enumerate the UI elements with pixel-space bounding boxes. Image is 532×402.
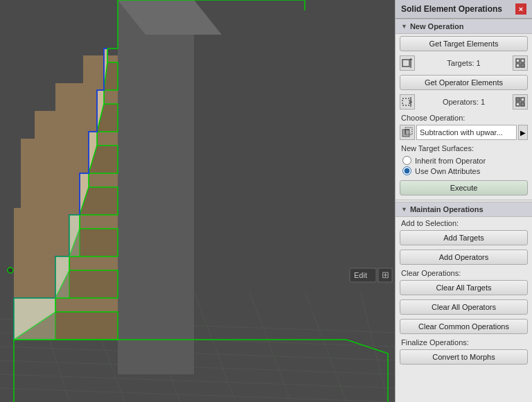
new-operation-header: ▼ New Operation bbox=[396, 19, 532, 34]
svg-rect-53 bbox=[521, 103, 524, 106]
convert-to-morphs-button[interactable]: Convert to Morphs bbox=[400, 349, 528, 365]
inherit-label: Inherit from Operator bbox=[415, 157, 486, 165]
operators-label: Operators: 1 bbox=[418, 98, 510, 106]
clear-common-operations-button[interactable]: Clear Common Operations bbox=[400, 319, 528, 334]
collapse-triangle-maintain: ▼ bbox=[401, 206, 407, 213]
collapse-triangle-new-op: ▼ bbox=[401, 23, 407, 30]
svg-text:Edit: Edit bbox=[354, 271, 367, 279]
targets-label: Targets: 1 bbox=[418, 59, 510, 67]
svg-rect-51 bbox=[521, 98, 524, 101]
own-attrs-label: Use Own Attributes bbox=[415, 167, 480, 175]
get-target-elements-button[interactable]: Get Target Elements bbox=[400, 36, 528, 51]
clear-all-operators-button[interactable]: Clear All Operators bbox=[400, 299, 528, 315]
operation-value-text[interactable]: Subtraction with upwar... bbox=[416, 125, 517, 140]
svg-rect-45 bbox=[516, 64, 520, 67]
operator-settings-icon[interactable] bbox=[513, 94, 528, 110]
panel-title-text: Solid Element Operations bbox=[401, 4, 502, 14]
clear-all-targets-button[interactable]: Clear All Targets bbox=[400, 280, 528, 295]
clear-operations-label: Clear Operations: bbox=[396, 267, 532, 278]
svg-rect-43 bbox=[516, 59, 520, 62]
svg-marker-33 bbox=[55, 256, 69, 298]
operators-row: Operators: 1 bbox=[400, 94, 528, 110]
maintain-operations-label: Maintain Operations bbox=[410, 205, 484, 213]
target-settings-icon[interactable] bbox=[513, 55, 528, 71]
targets-row: Targets: 1 bbox=[400, 55, 528, 71]
svg-rect-54 bbox=[402, 130, 409, 137]
svg-rect-44 bbox=[521, 59, 524, 62]
new-operation-label: New Operation bbox=[410, 22, 464, 30]
inherit-radio[interactable] bbox=[402, 156, 411, 165]
operator-icon[interactable] bbox=[400, 94, 415, 110]
target-icon[interactable] bbox=[400, 55, 415, 71]
surface-options-group: Inherit from Operator Use Own Attributes bbox=[396, 153, 532, 178]
inherit-radio-row[interactable]: Inherit from Operator bbox=[402, 156, 525, 165]
get-operator-elements-button[interactable]: Get Operator Elements bbox=[400, 75, 528, 90]
svg-marker-34 bbox=[69, 215, 80, 256]
choose-operation-label: Choose Operation: bbox=[396, 112, 532, 123]
close-button[interactable]: × bbox=[515, 3, 526, 15]
svg-rect-50 bbox=[516, 98, 520, 101]
svg-marker-14 bbox=[118, 0, 194, 374]
viewport: Edit ⊞ bbox=[0, 0, 395, 402]
panel-title-bar: Solid Element Operations × bbox=[396, 0, 532, 19]
add-targets-button[interactable]: Add Targets bbox=[400, 230, 528, 245]
new-target-surfaces-label: New Target Surfaces: bbox=[396, 142, 532, 153]
section-divider bbox=[396, 200, 532, 200]
svg-marker-32 bbox=[14, 298, 55, 340]
svg-rect-47 bbox=[402, 98, 409, 105]
add-operators-button[interactable]: Add Operators bbox=[400, 250, 528, 265]
solid-element-operations-panel: Solid Element Operations × ▼ New Operati… bbox=[395, 0, 532, 402]
svg-rect-40 bbox=[402, 60, 409, 67]
finalize-operations-label: Finalize Operations: bbox=[396, 336, 532, 347]
add-to-selection-label: Add to Selection: bbox=[396, 217, 532, 228]
operation-selector-row: Subtraction with upwar... ▶ bbox=[400, 125, 528, 140]
svg-point-35 bbox=[8, 268, 13, 273]
execute-button[interactable]: Execute bbox=[400, 180, 528, 195]
maintain-operations-header: ▼ Maintain Operations bbox=[396, 202, 532, 217]
operation-type-icon bbox=[400, 125, 415, 140]
own-attrs-radio[interactable] bbox=[402, 166, 411, 175]
svg-rect-46 bbox=[521, 64, 524, 67]
svg-rect-52 bbox=[516, 103, 520, 106]
own-attrs-radio-row[interactable]: Use Own Attributes bbox=[402, 166, 525, 175]
svg-text:⊞: ⊞ bbox=[382, 270, 389, 280]
operation-expand-icon[interactable]: ▶ bbox=[518, 125, 528, 140]
